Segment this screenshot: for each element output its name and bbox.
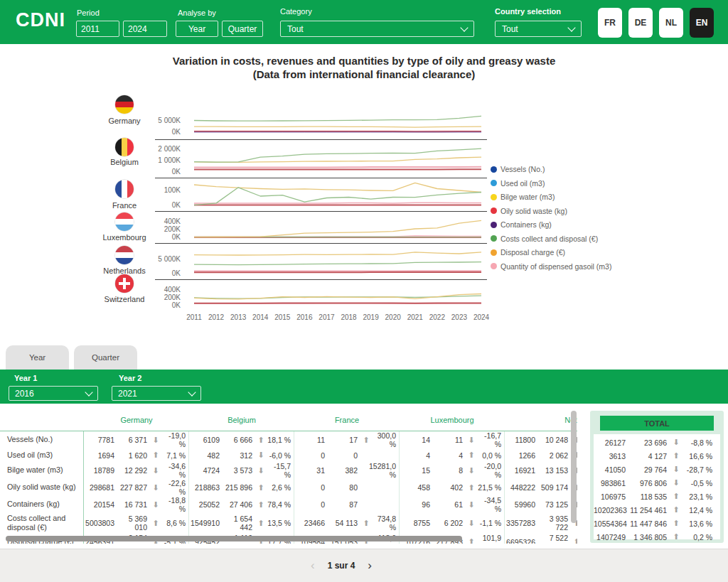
country-label-germany: Germany xyxy=(89,117,160,125)
cell-year1: 1266 xyxy=(505,451,537,460)
flag-netherlands xyxy=(115,246,134,264)
cell-percent: 0,0 % xyxy=(478,448,505,462)
table-row: Used oil (m3)16941 620⬆7,1 %482312⬇-6,0 … xyxy=(0,448,577,462)
total-year2: 976 806 xyxy=(628,479,669,487)
total-row: 1055436411 447 846⬆13,6 % xyxy=(594,517,720,530)
cell-percent: 18,1 % xyxy=(267,431,294,448)
flag-luxembourg xyxy=(115,212,134,231)
analyse-year-button[interactable]: Year xyxy=(176,21,218,37)
cell-year1: 14 xyxy=(400,436,432,444)
trend-down-icon: ⬇ xyxy=(465,519,478,528)
lang-button-nl[interactable]: NL xyxy=(659,8,683,38)
category-select[interactable]: Tout xyxy=(280,21,474,37)
top-bar: CDNI Period Analyse by Year Quarter Cate… xyxy=(0,0,728,44)
lang-button-fr[interactable]: FR xyxy=(598,8,622,38)
y-axis-tick: 0K xyxy=(134,301,181,310)
trend-up-icon: ⬆ xyxy=(255,500,267,510)
year2-select[interactable]: 2021 xyxy=(112,386,201,401)
cell-percent: 8,6 % xyxy=(162,513,189,534)
table-vertical-scrollbar[interactable] xyxy=(571,411,577,523)
year2-label: Year 2 xyxy=(119,374,141,382)
tab-quarter[interactable]: Quarter xyxy=(74,345,137,370)
total-row: 2612723 696⬇-8,8 % xyxy=(594,436,720,449)
cell-percent: -34,5 % xyxy=(478,496,505,513)
legend-label: Used oil (m3) xyxy=(500,179,545,188)
column-header-luxembourg: Luxembourg xyxy=(400,416,505,424)
cell-year1: 11800 xyxy=(505,436,537,444)
legend-label: Bilge water (m3) xyxy=(500,193,555,201)
total-percent: 16,6 % xyxy=(683,452,716,460)
x-axis-label: 2016 xyxy=(293,313,316,321)
comparison-table: GermanyBelgiumFranceLuxembourgNetherland… xyxy=(0,409,577,544)
trend-down-icon: ⬇ xyxy=(465,500,478,510)
period-from-input[interactable] xyxy=(76,21,119,37)
trend-up-icon: ⬆ xyxy=(149,451,162,460)
total-year2: 29 764 xyxy=(628,465,669,474)
trend-up-icon: ⬆ xyxy=(669,492,683,501)
year1-select[interactable]: 2016 xyxy=(9,386,98,401)
trend-up-icon: ⬆ xyxy=(465,483,478,492)
total-year1: 10554364 xyxy=(594,519,628,528)
row-label: Costs collect and disposal (€) xyxy=(0,513,84,534)
cell-year1: 218863 xyxy=(189,483,222,492)
page-indicator: 1 sur 4 xyxy=(328,561,355,571)
cell-percent: -34,6 % xyxy=(162,462,189,479)
legend-item[interactable]: Quantity of dispensed gasoil (m3) xyxy=(491,263,611,271)
y-axis-tick: 0K xyxy=(134,128,181,136)
country-select[interactable]: Tout xyxy=(495,21,582,37)
y-axis-tick: 400K xyxy=(134,217,181,226)
legend-item[interactable]: Bilge water (m3) xyxy=(491,193,611,201)
total-row: 106975118 535⬆23,1 % xyxy=(594,490,720,503)
total-year2: 23 696 xyxy=(628,438,669,447)
cell-year2: 1 654 442 xyxy=(222,514,255,532)
tab-year[interactable]: Year xyxy=(6,345,69,370)
cell-year2: 402 xyxy=(432,483,465,492)
lang-button-de[interactable]: DE xyxy=(628,8,653,38)
y-axis-tick: 100K xyxy=(134,186,181,195)
cell-year2: 382 xyxy=(327,466,360,475)
total-year2: 11 254 461 xyxy=(628,506,669,514)
legend-item[interactable]: Disposal charge (€) xyxy=(491,249,611,257)
analyse-quarter-button[interactable]: Quarter xyxy=(222,21,263,37)
column-header-belgium: Belgium xyxy=(189,416,294,424)
total-year2: 4 127 xyxy=(628,452,669,460)
cell-year2: 61 xyxy=(432,500,465,509)
trend-up-icon: ⬆ xyxy=(149,519,162,528)
cell-year2: 8 xyxy=(432,466,465,475)
chevron-down-icon xyxy=(460,23,468,31)
previous-page-icon[interactable]: ‹ xyxy=(311,559,315,573)
cell-year1: 4 xyxy=(400,451,432,460)
x-axis-label: 2011 xyxy=(183,313,205,321)
x-axis-label: 2021 xyxy=(404,313,427,321)
table-horizontal-scrollbar[interactable] xyxy=(6,536,462,541)
legend-item[interactable]: Containers (kg) xyxy=(491,221,611,229)
line-chart-luxembourg xyxy=(188,215,487,240)
y-axis-tick: 200K xyxy=(134,225,181,234)
cell-year1: 7781 xyxy=(84,436,117,444)
row-label: Used oil (m3) xyxy=(0,448,84,462)
legend-item[interactable]: Used oil (m3) xyxy=(491,180,611,188)
legend-label: Disposal charge (€) xyxy=(500,248,565,257)
cell-year1: 5003803 xyxy=(84,519,117,527)
legend-item[interactable]: Oily solid waste (kg) xyxy=(491,208,611,215)
legend-dot-icon xyxy=(491,180,497,186)
table-header-row: GermanyBelgiumFranceLuxembourgNetherland… xyxy=(0,409,577,431)
cell-year2: 16 731 xyxy=(117,500,149,509)
lang-button-en[interactable]: EN xyxy=(690,8,714,38)
trend-up-icon: ⬆ xyxy=(570,537,577,544)
total-header: TOTAL xyxy=(600,416,714,431)
table-row: Containers (kg)2015416 731⬇-18,8 %250522… xyxy=(0,496,577,513)
cell-year1: 6695326 xyxy=(505,538,537,544)
next-page-icon[interactable]: › xyxy=(368,559,372,573)
legend-item[interactable]: Costs collect and disposal (€) xyxy=(491,235,611,243)
legend-label: Costs collect and disposal (€) xyxy=(500,235,598,243)
trend-up-icon: ⬆ xyxy=(255,436,267,445)
period-to-input[interactable] xyxy=(123,21,167,37)
trend-up-icon: ⬆ xyxy=(465,537,478,544)
cell-percent: 78,4 % xyxy=(267,496,294,513)
legend-item[interactable]: Vessels (No.) xyxy=(491,166,611,173)
x-axis-label: 2019 xyxy=(360,313,382,321)
cell-year1: 458 xyxy=(400,483,432,492)
page-navigator: ‹ 1 sur 4 › xyxy=(0,559,682,573)
legend-dot-icon xyxy=(491,263,497,269)
